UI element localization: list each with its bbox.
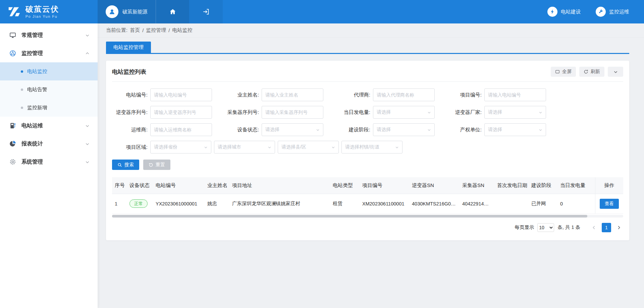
refresh-button[interactable]: 刷新 — [579, 67, 604, 77]
home-icon — [169, 8, 176, 15]
logout-button[interactable] — [189, 0, 223, 23]
cell-address: 广东深圳龙华区观澜镇姚家庄村 — [229, 194, 330, 213]
main-content: 当前位置: 首页 / 监控管理 / 电站监控 电站监控管理 电站监控列表 全屏 … — [98, 23, 644, 308]
search-label: 搜索 — [124, 162, 134, 168]
col-actions: 操作 — [595, 177, 623, 194]
fullscreen-icon — [555, 69, 560, 74]
cell-project-no: XM2023061100001 — [360, 194, 409, 213]
chevron-down-icon — [539, 111, 542, 114]
page-number-button[interactable]: 1 — [602, 223, 611, 232]
select-placeholder: 请选择 — [488, 109, 502, 115]
chevron-down-icon — [331, 145, 335, 149]
cell-owner: 姚忠 — [205, 194, 229, 213]
project-code-input[interactable] — [484, 88, 546, 101]
filter-label: 产权单位: — [446, 127, 484, 133]
charging-station-icon — [9, 122, 17, 129]
town-select[interactable]: 请选择村镇/街道 — [341, 141, 402, 153]
col-first-power-date: 首次发电日期 — [494, 177, 529, 194]
horizontal-scrollbar-thumb[interactable] — [112, 215, 587, 218]
sidebar-item-monitoring[interactable]: 监控管理 — [0, 44, 98, 62]
reset-button[interactable]: 重置 — [143, 160, 170, 170]
filter-project-code: 项目编号: — [446, 88, 557, 101]
col-owner: 业主姓名 — [205, 177, 229, 194]
prev-page-button[interactable] — [590, 223, 598, 232]
district-select[interactable]: 请选择县/区 — [278, 141, 339, 153]
property-unit-select[interactable]: 请选择 — [484, 123, 546, 136]
chevron-left-icon — [592, 225, 596, 230]
select-placeholder: 请选择县/区 — [281, 144, 306, 150]
construction-stage-select[interactable]: 请选择 — [373, 123, 435, 136]
filter-label: 逆变器序列号: — [112, 109, 150, 116]
sidebar-item-station-ops[interactable]: 电站运维 — [0, 117, 98, 135]
monitor-icon — [9, 32, 17, 39]
col-address: 项目地址 — [229, 177, 330, 194]
panel-actions: 全屏 刷新 — [551, 67, 623, 77]
select-placeholder: 请选择省份 — [154, 144, 177, 150]
sidebar-subitem-label: 监控新增 — [27, 105, 47, 111]
top-header: 破茧云伏 Po Jian Yun Fu 破茧新能源 电站建设 监控运维 — [0, 0, 644, 23]
ops-provider-input[interactable] — [150, 123, 212, 136]
province-select[interactable]: 请选择省份 — [150, 141, 211, 153]
filter-project-region: 项目区域: 请选择省份 请选择城市 请选择县/区 请选择村镇/街道 — [112, 141, 557, 153]
filter-inverter-sn: 逆变器序列号: — [112, 106, 223, 119]
col-index: 序号 — [112, 177, 127, 194]
collector-sn-input[interactable] — [262, 106, 323, 119]
sidebar-item-reports[interactable]: 报表统计 — [0, 135, 98, 153]
owner-name-input[interactable] — [262, 88, 323, 101]
breadcrumb-home[interactable]: 首页 — [130, 27, 140, 34]
nav-station-build[interactable]: 电站建设 — [547, 0, 581, 23]
page-size-select[interactable]: 10 — [537, 223, 554, 232]
agent-name-input[interactable] — [373, 88, 435, 101]
col-type: 电站类型 — [330, 177, 360, 194]
search-button[interactable]: 搜索 — [112, 160, 139, 170]
pie-chart-icon — [9, 140, 17, 147]
station-table: 序号 设备状态 电站编号 业主姓名 项目地址 电站类型 项目编号 逆变器SN 采… — [112, 177, 623, 218]
filter-owner-name: 业主姓名: — [223, 88, 335, 101]
inverter-vendor-select[interactable]: 请选择 — [484, 106, 546, 119]
tab-station-monitor-management[interactable]: 电站监控管理 — [106, 42, 151, 53]
brand-logo: 破茧云伏 Po Jian Yun Fu — [0, 0, 98, 23]
inverter-sn-input[interactable] — [150, 106, 212, 119]
reset-icon — [149, 163, 153, 167]
nav-monitor-ops[interactable]: 监控运维 — [596, 0, 629, 23]
sidebar-submenu-monitoring: 电站监控 电站告警 监控新增 — [0, 62, 98, 117]
daily-energy-select[interactable]: 请选择 — [373, 106, 435, 119]
breadcrumb-separator: / — [142, 27, 144, 33]
sidebar-subitem-monitor-add[interactable]: 监控新增 — [0, 99, 98, 117]
station-code-input[interactable] — [150, 88, 212, 101]
panel-title: 电站监控列表 — [112, 68, 146, 76]
nav-station-build-label: 电站建设 — [561, 9, 581, 15]
filter-label: 当日发电量: — [335, 109, 373, 116]
user-menu[interactable]: 破茧新能源 — [98, 0, 156, 23]
reset-label: 重置 — [156, 162, 165, 168]
refresh-icon — [584, 69, 588, 74]
view-button[interactable]: 查看 — [600, 199, 619, 209]
select-placeholder: 请选择 — [377, 127, 391, 133]
cell-type: 租赁 — [330, 194, 360, 213]
chevron-down-icon — [427, 111, 431, 114]
avatar — [106, 5, 118, 18]
next-page-button[interactable] — [614, 223, 623, 232]
sidebar-item-general[interactable]: 常规管理 — [0, 26, 98, 44]
sidebar-subitem-station-alarm[interactable]: 电站告警 — [0, 80, 98, 99]
col-project-no: 项目编号 — [360, 177, 409, 194]
filter-form: 电站编号: 业主姓名: 代理商: 项目编号: 逆变器序列号: 采集器序列号: — [112, 88, 623, 153]
pagination: 每页显示 10 条, 共 1 条 1 — [112, 223, 623, 232]
chevron-down-icon — [268, 145, 271, 149]
device-status-select[interactable]: 请选择 — [262, 123, 323, 136]
fullscreen-button[interactable]: 全屏 — [551, 67, 576, 77]
gear-icon — [9, 159, 17, 165]
chevron-down-icon — [85, 142, 90, 146]
collapse-panel-button[interactable] — [608, 67, 623, 77]
chevron-right-icon — [616, 225, 621, 230]
sidebar-item-system[interactable]: 系统管理 — [0, 153, 98, 171]
home-button[interactable] — [156, 0, 189, 23]
city-select[interactable]: 请选择城市 — [214, 141, 275, 153]
sidebar-subitem-station-monitor[interactable]: 电站监控 — [0, 62, 98, 80]
company-name: 破茧新能源 — [122, 9, 148, 15]
station-monitor-panel: 电站监控列表 全屏 刷新 电站编号: — [106, 61, 629, 240]
select-placeholder: 请选择 — [265, 127, 279, 133]
status-badge: 正常 — [129, 199, 148, 208]
filter-buttons: 搜索 重置 — [112, 160, 623, 170]
sidebar-item-label: 常规管理 — [21, 32, 43, 39]
